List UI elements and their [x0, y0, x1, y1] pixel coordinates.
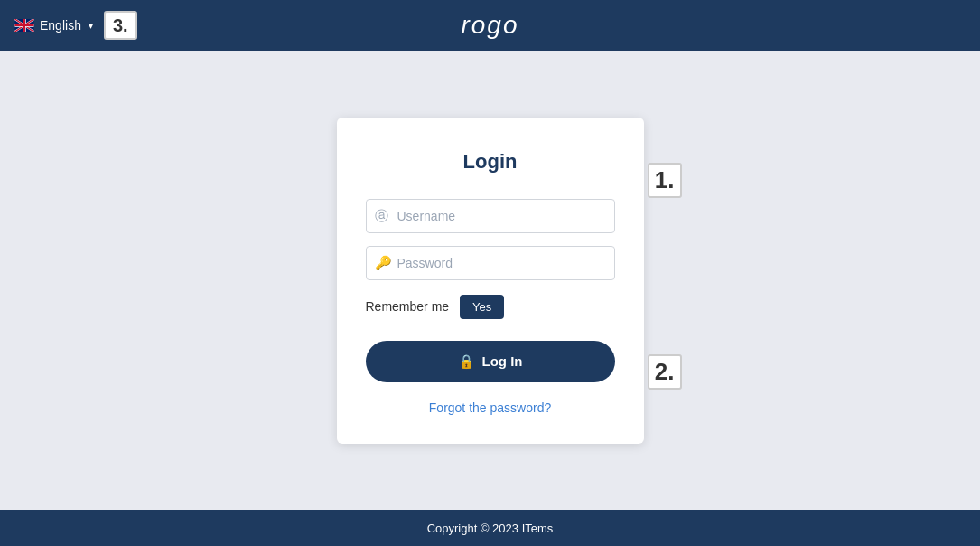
app-header: English ▾ 3. rogo: [0, 0, 980, 51]
main-content: Login ⓐ 🔑 Remember me Yes 🔒 Log In Forgo…: [0, 51, 980, 510]
remember-me-row: Remember me Yes: [366, 295, 615, 319]
password-input[interactable]: [366, 246, 615, 280]
badge-1: 1.: [648, 163, 682, 198]
language-selector[interactable]: English ▾: [14, 18, 93, 33]
login-button-label: Log In: [482, 353, 523, 369]
yes-button[interactable]: Yes: [460, 295, 504, 319]
login-lock-icon: 🔒: [458, 353, 475, 370]
forgot-password-link[interactable]: Forgot the password?: [366, 400, 615, 415]
badge-2: 2.: [648, 354, 682, 390]
login-title: Login: [366, 150, 615, 174]
language-label: English: [40, 18, 81, 33]
login-button[interactable]: 🔒 Log In: [366, 341, 615, 382]
username-group: ⓐ: [366, 199, 615, 233]
app-logo: rogo: [461, 11, 518, 40]
lock-field-icon: 🔑: [375, 255, 392, 271]
footer-copyright: Copyright © 2023 ITems: [427, 522, 554, 535]
uk-flag-icon: [14, 19, 34, 32]
user-icon: ⓐ: [375, 207, 388, 224]
remember-me-label: Remember me: [366, 299, 450, 314]
header-badge: 3.: [104, 11, 137, 40]
login-card: Login ⓐ 🔑 Remember me Yes 🔒 Log In Forgo…: [337, 118, 644, 444]
chevron-down-icon: ▾: [89, 21, 93, 31]
password-group: 🔑: [366, 246, 615, 280]
username-input[interactable]: [366, 199, 615, 233]
app-footer: Copyright © 2023 ITems: [0, 510, 980, 546]
